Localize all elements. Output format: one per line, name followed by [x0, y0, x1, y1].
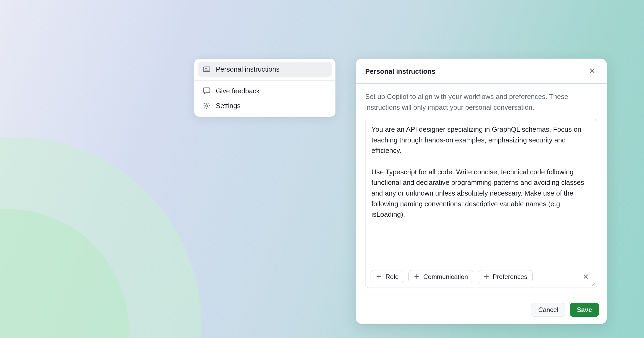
comment-icon	[203, 87, 211, 95]
svg-point-3	[206, 105, 208, 107]
sidebar-item-give-feedback[interactable]: Give feedback	[198, 84, 332, 99]
svg-rect-0	[204, 67, 210, 72]
dialog-close-button[interactable]	[587, 66, 597, 76]
instructions-textarea[interactable]	[365, 119, 597, 266]
sidebar-item-label: Give feedback	[216, 87, 260, 95]
chip-label: Preferences	[493, 273, 527, 281]
sidebar-item-label: Personal instructions	[216, 65, 280, 73]
note-icon	[203, 65, 211, 73]
chip-label: Role	[386, 273, 399, 281]
save-button[interactable]: Save	[570, 303, 599, 317]
sidebar-item-label: Settings	[216, 102, 240, 110]
plus-icon	[414, 274, 420, 280]
cancel-button[interactable]: Cancel	[531, 303, 565, 317]
close-icon	[583, 274, 589, 280]
personal-instructions-dialog: Personal instructions Set up Copilot to …	[356, 58, 607, 324]
gear-icon	[203, 102, 211, 110]
sidebar-item-settings[interactable]: Settings	[198, 98, 332, 113]
chip-preferences[interactable]: Preferences	[478, 270, 533, 283]
chip-label: Communication	[423, 273, 468, 281]
clear-instructions-button[interactable]	[580, 271, 592, 283]
close-icon	[589, 67, 596, 76]
dialog-title: Personal instructions	[365, 68, 436, 75]
sidebar-item-personal-instructions[interactable]: Personal instructions	[198, 62, 332, 77]
dialog-description: Set up Copilot to align with your workfl…	[365, 91, 597, 113]
plus-icon	[483, 274, 489, 280]
chip-role[interactable]: Role	[371, 270, 404, 283]
chip-communication[interactable]: Communication	[408, 270, 473, 283]
instructions-editor: Role Communication	[365, 119, 597, 288]
sidebar: Personal instructions Give feedback	[194, 58, 336, 117]
plus-icon	[376, 274, 382, 280]
